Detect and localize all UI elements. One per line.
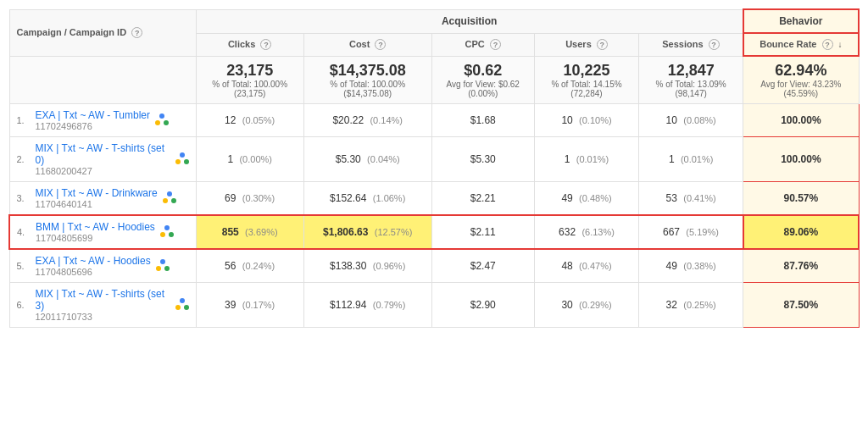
ads-icon-5 (156, 258, 170, 274)
svg-point-0 (159, 113, 164, 119)
campaign-id-6: 12011710733 (36, 312, 170, 322)
rank-label: 4. (17, 227, 32, 237)
clicks-cell-1: 12 (0.05%) (196, 104, 303, 137)
svg-point-16 (175, 305, 181, 310)
behavior-group-header: Behavior (743, 9, 859, 33)
svg-point-6 (167, 191, 172, 196)
svg-point-17 (184, 305, 189, 310)
campaign-id-1: 11702496876 (36, 121, 151, 131)
cpc-value-1: $1.68 (470, 114, 496, 126)
cost-pct-1: (0.14%) (370, 115, 403, 125)
campaign-cell-6: 6. MIX | Txt ~ AW - T-shirts (set 3) 120… (9, 283, 196, 328)
clicks-value-4: 855 (222, 226, 239, 238)
cpc-cell-1: $1.68 (431, 104, 534, 137)
users-pct-6: (0.29%) (579, 300, 612, 310)
sessions-pct-1: (0.08%) (683, 115, 716, 125)
campaign-link-6[interactable]: MIX | Txt ~ AW - T-shirts (set 3) (36, 288, 165, 312)
cpc-value-6: $2.90 (470, 299, 496, 311)
users-pct-1: (0.10%) (579, 115, 612, 125)
ads-icon-6 (175, 297, 189, 313)
campaign-link-5[interactable]: EXA | Txt ~ AW - Hoodies (36, 255, 151, 267)
sessions-pct-6: (0.25%) (683, 300, 716, 310)
sessions-help-icon[interactable]: ? (709, 39, 720, 50)
campaign-link-1[interactable]: EXA | Txt ~ AW - Tumbler (36, 109, 151, 121)
campaign-id-2: 11680200427 (36, 166, 170, 176)
campaign-help-icon[interactable]: ? (131, 27, 142, 38)
clicks-cell-4: 855 (3.69%) (196, 215, 303, 249)
cpc-value-3: $2.21 (470, 192, 496, 204)
users-help-icon[interactable]: ? (597, 39, 608, 50)
cost-value-6: $112.94 (330, 299, 366, 311)
clicks-help-icon[interactable]: ? (260, 39, 271, 50)
cost-header: Cost ? (303, 33, 431, 56)
bounce-value-2: 100.00% (781, 153, 821, 165)
bounce-cell-3: 90.57% (743, 182, 859, 216)
svg-point-11 (169, 232, 174, 237)
table-row-4: 4. BMM | Txt ~ AW - Hoodies 11704805699 … (9, 215, 859, 249)
cost-cell-4: $1,806.63 (12.57%) (303, 215, 431, 249)
sessions-cell-2: 1 (0.01%) (639, 137, 743, 182)
svg-point-15 (180, 298, 185, 303)
cost-value-2: $5.30 (336, 153, 361, 165)
campaign-link-3[interactable]: MIX | Txt ~ AW - Drinkware (36, 187, 158, 199)
cpc-cell-5: $2.47 (431, 249, 534, 283)
clicks-cell-6: 39 (0.17%) (196, 283, 303, 328)
clicks-pct-1: (0.05%) (242, 115, 275, 125)
cost-pct-4: (12.57%) (375, 227, 413, 237)
campaign-link-2[interactable]: MIX | Txt ~ AW - T-shirts (set 0) (36, 142, 165, 166)
table-row-5: 5. EXA | Txt ~ AW - Hoodies 11704805696 … (9, 249, 859, 283)
sessions-header: Sessions ? (639, 33, 743, 56)
users-pct-3: (0.48%) (579, 193, 612, 203)
totals-campaign-cell (9, 56, 196, 104)
clicks-value-2: 1 (227, 153, 233, 165)
sessions-value-5: 49 (666, 260, 677, 272)
cpc-cell-6: $2.90 (431, 283, 534, 328)
totals-bounce: 62.94% Avg for View: 43.23% (45.59%) (743, 56, 859, 104)
svg-point-9 (164, 225, 170, 230)
ads-icon-2 (175, 152, 189, 168)
cost-value-3: $152.64 (330, 192, 366, 204)
cpc-cell-4: $2.11 (431, 215, 534, 249)
bounce-cell-4: 89.06% (743, 215, 859, 249)
cpc-header: CPC ? (431, 33, 534, 56)
clicks-cell-5: 56 (0.24%) (196, 249, 303, 283)
clicks-pct-6: (0.17%) (242, 300, 275, 310)
sessions-value-1: 10 (666, 114, 677, 126)
bounce-cell-1: 100.00% (743, 104, 859, 137)
sessions-value-6: 32 (666, 299, 677, 311)
users-cell-4: 632 (6.13%) (534, 215, 638, 249)
bounce-cell-5: 87.76% (743, 249, 859, 283)
users-value-4: 632 (559, 226, 576, 238)
totals-users: 10,225 % of Total: 14.15% (72,284) (534, 56, 638, 104)
bounce-rate-header: Bounce Rate ? ↓ (743, 33, 859, 56)
users-value-1: 10 (561, 114, 572, 126)
clicks-pct-5: (0.24%) (242, 261, 275, 271)
cost-pct-5: (0.96%) (373, 261, 406, 271)
rank-label: 1. (17, 115, 32, 125)
cost-help-icon[interactable]: ? (375, 39, 386, 50)
sessions-value-2: 1 (669, 153, 675, 165)
cost-cell-6: $112.94 (0.79%) (303, 283, 431, 328)
users-value-5: 48 (561, 260, 572, 272)
campaign-cell-2: 2. MIX | Txt ~ AW - T-shirts (set 0) 116… (9, 137, 196, 182)
bounce-value-1: 100.00% (781, 114, 821, 126)
ads-icon-3 (163, 191, 176, 207)
campaign-cell-4: 4. BMM | Txt ~ AW - Hoodies 11704805699 (9, 215, 196, 249)
clicks-value-3: 69 (225, 192, 236, 204)
bounce-value-6: 87.50% (784, 299, 819, 311)
clicks-pct-3: (0.30%) (242, 193, 275, 203)
sessions-cell-6: 32 (0.25%) (639, 283, 743, 328)
users-value-6: 30 (561, 299, 572, 311)
ads-icon-1 (155, 113, 169, 129)
totals-row: 23,175 % of Total: 100.00% (23,175) $14,… (9, 56, 859, 104)
cpc-value-4: $2.11 (470, 226, 496, 238)
cpc-value-2: $5.30 (470, 153, 496, 165)
campaign-link-4[interactable]: BMM | Txt ~ AW - Hoodies (36, 221, 155, 233)
sort-arrow-icon[interactable]: ↓ (838, 40, 843, 49)
users-pct-4: (6.13%) (581, 227, 615, 237)
bounce-help-icon[interactable]: ? (822, 39, 833, 50)
cpc-value-5: $2.47 (470, 260, 496, 272)
campaign-id-5: 11704805696 (36, 267, 151, 277)
cpc-help-icon[interactable]: ? (490, 39, 501, 50)
clicks-value-5: 56 (225, 260, 236, 272)
